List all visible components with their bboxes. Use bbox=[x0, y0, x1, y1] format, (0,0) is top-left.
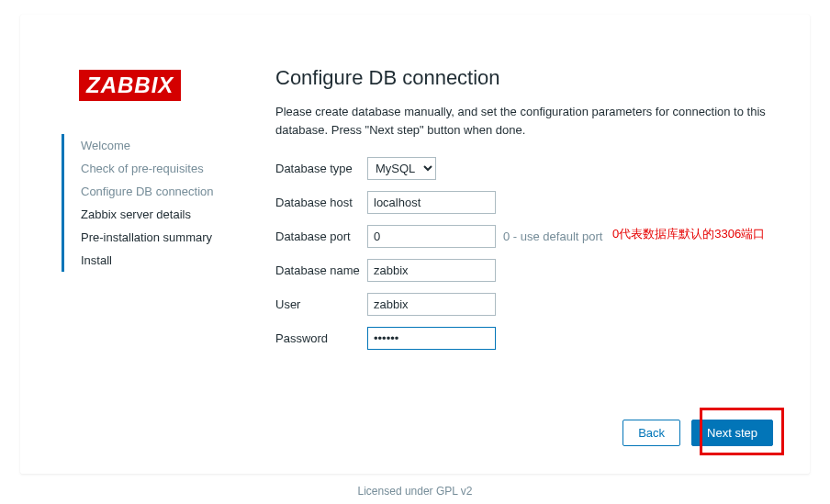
install-card: ZABBIX Welcome Check of pre-requisites C… bbox=[20, 15, 810, 474]
row-password: Password bbox=[275, 327, 773, 350]
sidebar-item-server-details: Zabbix server details bbox=[81, 203, 245, 226]
sidebar-item-install: Install bbox=[81, 249, 245, 272]
footer-text: Licensed under GPL v2 bbox=[0, 485, 830, 498]
row-db-name: Database name bbox=[275, 259, 773, 282]
back-button[interactable]: Back bbox=[622, 420, 680, 446]
sidebar-item-summary: Pre-installation summary bbox=[81, 226, 245, 249]
row-user: User bbox=[275, 293, 773, 316]
input-db-host[interactable] bbox=[367, 191, 496, 214]
input-db-name[interactable] bbox=[367, 259, 496, 282]
sidebar-item-db-connection: Configure DB connection bbox=[81, 180, 245, 203]
zabbix-logo: ZABBIX bbox=[79, 70, 181, 101]
label-db-host: Database host bbox=[275, 196, 367, 209]
row-db-type: Database type MySQL bbox=[275, 157, 773, 180]
input-db-port[interactable] bbox=[367, 225, 496, 248]
hint-db-port: 0 - use default port bbox=[503, 230, 602, 243]
row-db-host: Database host bbox=[275, 191, 773, 214]
red-annotation: 0代表数据库默认的3306端口 bbox=[612, 226, 765, 242]
sidebar: Welcome Check of pre-requisites Configur… bbox=[62, 134, 245, 272]
label-user: User bbox=[275, 297, 367, 311]
label-db-port: Database port bbox=[275, 230, 367, 243]
button-bar: Back Next step bbox=[622, 420, 773, 446]
logo-wrap: ZABBIX bbox=[79, 70, 181, 101]
sidebar-item-prerequisites: Check of pre-requisites bbox=[81, 157, 245, 180]
page-heading: Configure DB connection bbox=[275, 66, 773, 90]
label-db-name: Database name bbox=[275, 263, 367, 277]
select-db-type[interactable]: MySQL bbox=[367, 157, 436, 180]
label-password: Password bbox=[275, 331, 367, 345]
sidebar-item-welcome: Welcome bbox=[81, 134, 245, 157]
main-content: Configure DB connection Please create da… bbox=[275, 66, 773, 361]
label-db-type: Database type bbox=[275, 162, 367, 175]
next-step-button[interactable]: Next step bbox=[691, 420, 773, 446]
input-user[interactable] bbox=[367, 293, 496, 316]
page-description: Please create database manually, and set… bbox=[275, 103, 773, 139]
input-password[interactable] bbox=[367, 327, 496, 350]
